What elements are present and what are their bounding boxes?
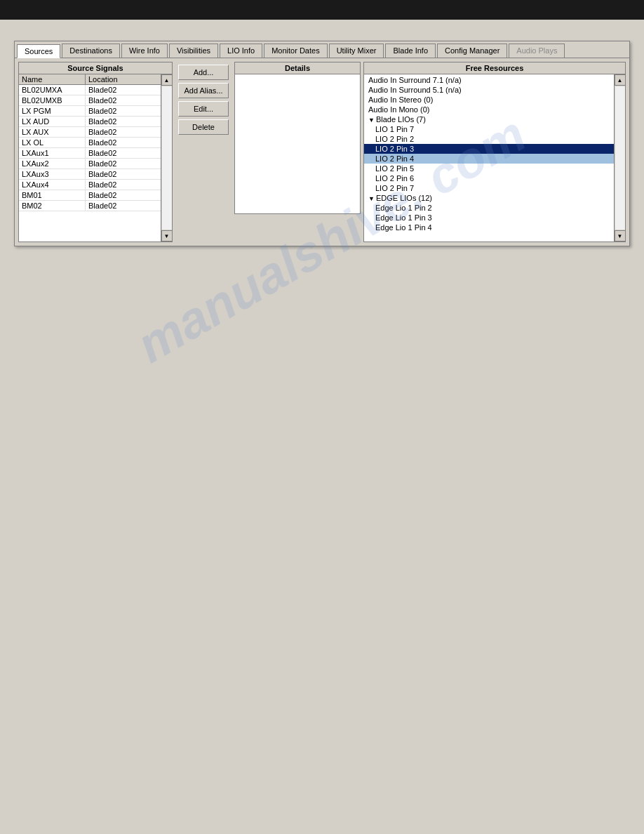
table-row[interactable]: LXAux3Blade02 (19, 169, 161, 180)
table-row[interactable]: BM01Blade02 (19, 190, 161, 201)
tab-audio-plays: Audio Plays (509, 44, 565, 58)
signal-list-scrollbar[interactable]: ▲ ▼ (161, 74, 172, 241)
tab-destinations[interactable]: Destinations (62, 44, 120, 58)
cell-location: Blade02 (86, 117, 161, 126)
table-row[interactable]: LXAux2Blade02 (19, 159, 161, 169)
app-window: Sources Destinations Wire Info Visibilit… (14, 41, 630, 246)
list-item[interactable]: LIO 2 Pin 4 (364, 154, 614, 164)
table-row[interactable]: LX PGMBlade02 (19, 106, 161, 117)
details-panel: Details (234, 62, 361, 242)
list-item[interactable]: LIO 2 Pin 5 (364, 164, 614, 173)
source-signals-panel: Source Signals Name Location BL02UMXABla… (18, 62, 173, 242)
cell-name: LXAux4 (19, 180, 86, 190)
list-item[interactable]: Audio In Surround 5.1 (n/a) (364, 85, 614, 95)
tab-monitor-dates[interactable]: Monitor Dates (264, 44, 327, 58)
scroll-down-arrow[interactable]: ▼ (161, 230, 173, 241)
free-resources-panel: Free Resources Audio In Surround 7.1 (n/… (363, 62, 626, 242)
edit-button[interactable]: Edit... (178, 101, 229, 117)
col-header-location: Location (86, 74, 161, 84)
cell-name: LX OL (19, 138, 86, 147)
cell-location: Blade02 (86, 169, 161, 179)
content-area: Source Signals Name Location BL02UMXABla… (15, 58, 629, 246)
scroll-track (162, 86, 172, 230)
cell-location: Blade02 (86, 127, 161, 137)
resources-scroll-track (615, 86, 625, 230)
table-row[interactable]: BL02UMXBBlade02 (19, 95, 161, 106)
details-content (234, 74, 361, 214)
cell-name: LXAux2 (19, 159, 86, 168)
delete-button[interactable]: Delete (178, 119, 229, 135)
list-item[interactable]: LIO 2 Pin 7 (364, 183, 614, 193)
tab-utility-mixer[interactable]: Utility Mixer (329, 44, 384, 58)
table-row[interactable]: LXAux1Blade02 (19, 148, 161, 159)
list-header: Name Location (19, 74, 161, 85)
cell-location: Blade02 (86, 180, 161, 190)
list-item[interactable]: Audio In Surround 7.1 (n/a) (364, 75, 614, 85)
table-row[interactable]: LX AUXBlade02 (19, 127, 161, 138)
resources-content: Audio In Surround 7.1 (n/a)Audio In Surr… (364, 74, 614, 241)
cell-location: Blade02 (86, 95, 161, 105)
resources-scrollbar[interactable]: ▲ ▼ (614, 74, 625, 241)
tab-config-manager[interactable]: Config Manager (437, 44, 507, 58)
cell-name: BL02UMXB (19, 95, 86, 105)
cell-name: LX PGM (19, 106, 86, 116)
cell-location: Blade02 (86, 159, 161, 168)
list-item[interactable]: Edge Lio 1 Pin 2 (364, 203, 614, 213)
table-row[interactable]: BL02UMXABlade02 (19, 85, 161, 95)
tab-lio-info[interactable]: LIO Info (220, 44, 262, 58)
tab-wire-info[interactable]: Wire Info (121, 44, 168, 58)
source-signals-header: Source Signals (18, 62, 173, 74)
resources-scroll-up[interactable]: ▲ (615, 74, 626, 86)
table-row[interactable]: LX OLBlade02 (19, 138, 161, 148)
scroll-up-arrow[interactable]: ▲ (161, 74, 173, 86)
list-item[interactable]: LIO 2 Pin 6 (364, 173, 614, 183)
list-item[interactable]: Edge Lio 1 Pin 3 (364, 213, 614, 223)
cell-name: BM01 (19, 190, 86, 200)
list-item[interactable]: ▼Blade LIOs (7) (364, 114, 614, 124)
tab-bar: Sources Destinations Wire Info Visibilit… (15, 41, 629, 58)
cell-name: BL02UMXA (19, 85, 86, 95)
table-row[interactable]: BM02Blade02 (19, 201, 161, 211)
list-item[interactable]: Edge Lio 1 Pin 4 (364, 223, 614, 232)
add-button[interactable]: Add... (178, 65, 229, 80)
cell-location: Blade02 (86, 106, 161, 116)
cell-location: Blade02 (86, 148, 161, 158)
list-item[interactable]: LIO 2 Pin 2 (364, 134, 614, 144)
cell-name: BM02 (19, 201, 86, 211)
col-header-name: Name (19, 74, 86, 84)
tab-blade-info[interactable]: Blade Info (385, 44, 436, 58)
cell-location: Blade02 (86, 138, 161, 147)
free-resources-header: Free Resources (363, 62, 626, 74)
signal-list: Name Location BL02UMXABlade02BL02UMXBBla… (19, 74, 161, 241)
table-row[interactable]: LX AUDBlade02 (19, 117, 161, 127)
list-item[interactable]: Audio In Mono (0) (364, 105, 614, 114)
free-resources-list: Audio In Surround 7.1 (n/a)Audio In Surr… (363, 74, 626, 242)
buttons-panel: Add... Add Alias... Edit... Delete (175, 62, 232, 242)
cell-name: LX AUD (19, 117, 86, 126)
cell-location: Blade02 (86, 190, 161, 200)
cell-location: Blade02 (86, 201, 161, 211)
table-row[interactable]: LXAux4Blade02 (19, 180, 161, 190)
cell-name: LXAux3 (19, 169, 86, 179)
cell-location: Blade02 (86, 85, 161, 95)
add-alias-button[interactable]: Add Alias... (178, 83, 229, 98)
signal-rows: BL02UMXABlade02BL02UMXBBlade02LX PGMBlad… (19, 85, 161, 211)
list-item[interactable]: LIO 1 Pin 7 (364, 124, 614, 134)
details-header: Details (234, 62, 361, 74)
tab-sources[interactable]: Sources (17, 44, 60, 58)
resources-scroll-down[interactable]: ▼ (615, 230, 626, 241)
main-content: Sources Destinations Wire Info Visibilit… (0, 20, 644, 260)
list-item[interactable]: ▼EDGE LIOs (12) (364, 193, 614, 203)
top-bar (0, 0, 644, 20)
cell-name: LX AUX (19, 127, 86, 137)
cell-name: LXAux1 (19, 148, 86, 158)
signal-list-container: Name Location BL02UMXABlade02BL02UMXBBla… (18, 74, 173, 242)
list-item[interactable]: Audio In Stereo (0) (364, 95, 614, 105)
list-item[interactable]: LIO 2 Pin 3 (364, 144, 614, 154)
tab-visibilities[interactable]: Visibilities (169, 44, 218, 58)
